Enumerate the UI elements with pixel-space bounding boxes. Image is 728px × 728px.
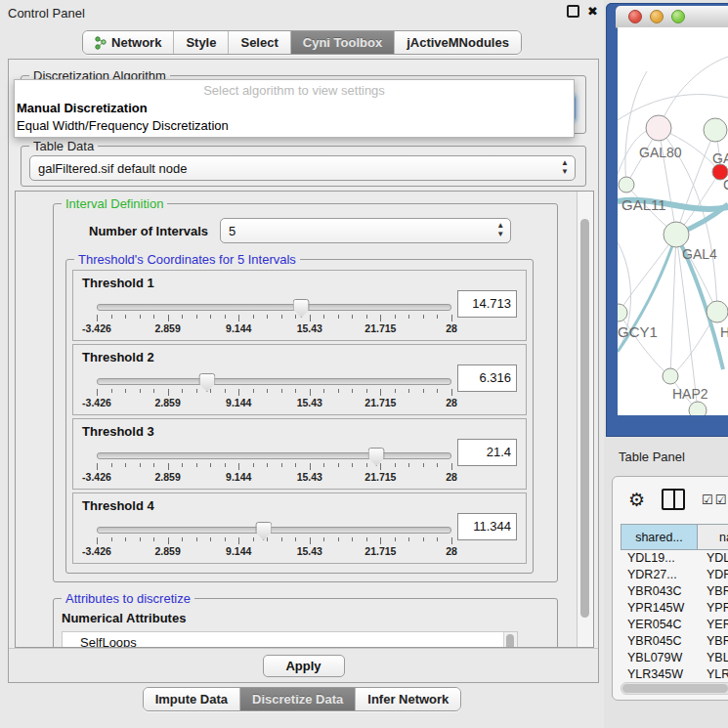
tab-impute-data[interactable]: Impute Data bbox=[144, 688, 240, 710]
table-cell: YDL19... bbox=[621, 551, 697, 565]
tab-label: Impute Data bbox=[155, 692, 228, 707]
table-header: shared... na bbox=[621, 524, 728, 550]
network-node[interactable] bbox=[618, 304, 627, 321]
table-horizontal-scrollbar[interactable] bbox=[621, 682, 728, 695]
table-cell: YDR27... bbox=[621, 568, 697, 581]
apply-button[interactable]: Apply bbox=[263, 655, 345, 677]
cyni-toolbox-content: Discretization Algorithm Select algorith… bbox=[8, 59, 599, 683]
attributes-scrollbar[interactable] bbox=[503, 632, 517, 647]
column-header-name[interactable]: na bbox=[698, 525, 728, 549]
checkbox-icon: ☑ bbox=[715, 492, 727, 507]
apply-row: Apply bbox=[9, 648, 598, 682]
menu-item-equal-width-frequency[interactable]: Equal Width/Frequency Discretization bbox=[17, 118, 229, 133]
table-row[interactable]: YLR345WYLR3 bbox=[621, 665, 728, 680]
group-title: Interval Definition bbox=[62, 196, 167, 211]
tick-label: 15.43 bbox=[297, 545, 322, 557]
network-node[interactable] bbox=[707, 301, 728, 322]
attribute-item[interactable]: SelfLoops bbox=[63, 634, 504, 647]
group-title: Attributes to discretize bbox=[62, 591, 194, 606]
network-canvas[interactable]: GAL80GACGAL11GAL4GCY1HHAP2 bbox=[618, 27, 728, 415]
split-columns-icon[interactable] bbox=[662, 489, 685, 510]
table-cell: YBL079W bbox=[621, 651, 697, 664]
threshold-slider[interactable] bbox=[97, 452, 451, 459]
tick-label: 2.859 bbox=[154, 397, 180, 408]
tick-label: -3.426 bbox=[82, 322, 111, 334]
tick-label: 15.43 bbox=[297, 397, 322, 408]
network-node[interactable] bbox=[646, 115, 671, 141]
network-node[interactable] bbox=[664, 222, 689, 247]
tab-cyni-toolbox[interactable]: Cyni Toolbox bbox=[291, 31, 395, 54]
tick-label: 2.859 bbox=[154, 471, 180, 483]
network-edge[interactable] bbox=[670, 235, 676, 376]
tab-infer-network[interactable]: Infer Network bbox=[356, 688, 460, 710]
threshold-slider[interactable] bbox=[97, 304, 451, 311]
close-traffic-light[interactable] bbox=[628, 10, 642, 23]
threshold-panel-2: Threshold 2-3.4262.8599.14415.4321.71528… bbox=[72, 344, 527, 415]
table-panel: ⚙ ☑ ☑ shared... na YDL19...YDL1YDR27...Y… bbox=[612, 476, 728, 701]
node-label: C bbox=[723, 177, 728, 193]
threshold-panel-3: Threshold 3-3.4262.8599.14415.4321.71528… bbox=[72, 418, 527, 490]
interval-definition-group: Interval Definition Number of Intervals … bbox=[53, 203, 558, 582]
network-icon bbox=[95, 36, 107, 50]
threshold-slider[interactable] bbox=[97, 527, 451, 534]
network-edge[interactable] bbox=[659, 57, 728, 128]
float-icon[interactable] bbox=[567, 5, 579, 18]
menu-item-manual-discretization[interactable]: Manual Discretization bbox=[17, 101, 148, 115]
threshold-value-field[interactable]: 6.316 bbox=[457, 364, 517, 392]
table-row[interactable]: YBL079WYBL0 bbox=[621, 649, 728, 665]
threshold-label: Threshold 1 bbox=[82, 276, 154, 290]
network-edge[interactable] bbox=[618, 95, 728, 120]
top-tab-bar: Network Style Select Cyni Toolbox jActiv… bbox=[0, 30, 604, 55]
table-cell: YBR043C bbox=[621, 584, 697, 598]
node-label: GCY1 bbox=[618, 323, 658, 340]
threshold-value-field[interactable]: 11.344 bbox=[457, 513, 517, 540]
table-cell: YDR2 bbox=[697, 568, 728, 581]
num-intervals-label: Number of Intervals bbox=[89, 224, 208, 238]
zoom-traffic-light[interactable] bbox=[671, 10, 685, 23]
table-row[interactable]: YBR043CYBR0 bbox=[621, 582, 728, 599]
network-node[interactable] bbox=[704, 118, 727, 142]
tab-label: Network bbox=[111, 35, 161, 50]
close-icon[interactable]: ✖ bbox=[587, 5, 598, 18]
tick-label: 9.144 bbox=[226, 397, 251, 408]
tab-network[interactable]: Network bbox=[83, 31, 174, 54]
threshold-value-field[interactable]: 21.4 bbox=[457, 439, 517, 466]
threshold-coordinates-group: Threshold's Coordinates for 5 Intervals … bbox=[65, 259, 534, 574]
num-intervals-combobox[interactable]: 5 ▲▼ bbox=[220, 218, 511, 243]
threshold-panel-1: Threshold 1-3.4262.8599.14415.4321.71528… bbox=[72, 270, 527, 341]
select-columns-icons[interactable]: ☑ ☑ bbox=[702, 492, 726, 507]
tab-label: Style bbox=[186, 35, 216, 50]
tick-label: -3.426 bbox=[82, 397, 111, 408]
tick-label: 28 bbox=[446, 471, 457, 483]
tab-style[interactable]: Style bbox=[174, 31, 229, 54]
tab-select[interactable]: Select bbox=[229, 31, 290, 54]
table-row[interactable]: YPR145WYPR1 bbox=[621, 599, 728, 616]
settings-vertical-scrollbar[interactable] bbox=[577, 192, 593, 647]
tick-label: 9.144 bbox=[226, 471, 251, 483]
network-node[interactable] bbox=[689, 402, 707, 415]
tick-label: 28 bbox=[446, 545, 457, 557]
group-title: Table Data bbox=[29, 139, 98, 153]
network-edge[interactable] bbox=[619, 313, 670, 376]
gear-icon[interactable]: ⚙ bbox=[628, 491, 645, 509]
combo-spinner-icon: ▲▼ bbox=[496, 221, 504, 238]
tab-jactivemnodules[interactable]: jActiveMNodules bbox=[395, 31, 521, 54]
network-node[interactable] bbox=[619, 177, 634, 193]
table-cell: YDL1 bbox=[697, 551, 728, 565]
threshold-value-field[interactable]: 14.713 bbox=[457, 290, 517, 318]
table-row[interactable]: YDL19...YDL1 bbox=[621, 549, 728, 566]
network-window-titlebar[interactable] bbox=[616, 6, 728, 28]
network-node[interactable] bbox=[663, 368, 678, 384]
tab-discretize-data[interactable]: Discretize Data bbox=[240, 688, 356, 710]
table-data-combobox[interactable]: galFiltered.sif default node ▲▼ bbox=[29, 155, 576, 181]
right-column: GAL80GACGAL11GAL4GCY1HHAP2 Table Panel ⚙… bbox=[604, 0, 728, 728]
minimize-traffic-light[interactable] bbox=[650, 10, 664, 23]
table-row[interactable]: YER054CYER0 bbox=[621, 616, 728, 632]
tick-label: 15.43 bbox=[297, 322, 322, 334]
table-panel-titlebar: Table Panel bbox=[604, 440, 728, 473]
tick-label: 28 bbox=[446, 322, 457, 334]
table-row[interactable]: YDR27...YDR2 bbox=[621, 566, 728, 582]
table-row[interactable]: YBR045CYBR0 bbox=[621, 632, 728, 649]
column-header-shared-name[interactable]: shared... bbox=[621, 525, 698, 549]
threshold-slider[interactable] bbox=[97, 378, 451, 385]
